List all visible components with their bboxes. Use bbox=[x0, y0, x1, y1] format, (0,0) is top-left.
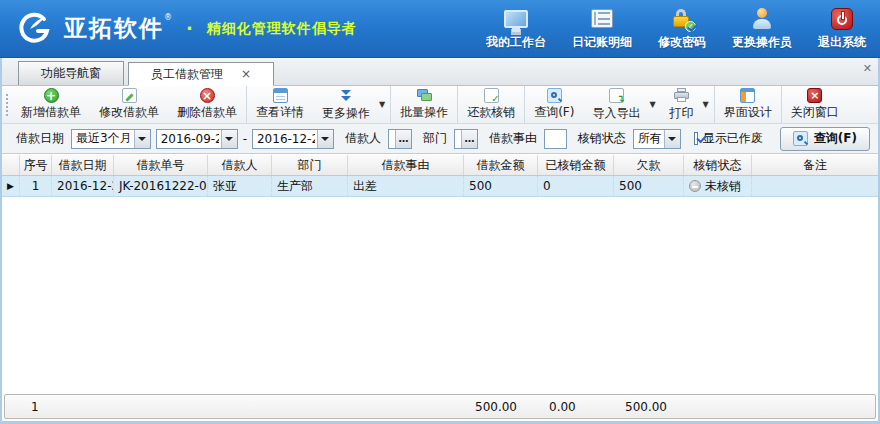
delete-loan-button[interactable]: × 删除借款单 bbox=[168, 86, 246, 123]
ui-design-icon bbox=[740, 88, 755, 103]
query-button[interactable]: 查询(F) bbox=[780, 127, 870, 151]
import-export-icon: ↴ bbox=[609, 88, 624, 104]
verify-icon: ✓ bbox=[484, 88, 499, 103]
more-actions-button[interactable]: 更多操作 bbox=[313, 86, 379, 124]
col-status[interactable]: 核销状态 bbox=[684, 155, 752, 175]
ellipsis-picker-icon[interactable]: … bbox=[461, 130, 477, 148]
change-password-button[interactable]: ✓ 修改密码 bbox=[658, 7, 706, 51]
col-owed[interactable]: 欠款 bbox=[614, 155, 684, 175]
cell-remark bbox=[752, 176, 878, 196]
delete-icon: × bbox=[200, 88, 215, 103]
row-indicator-header bbox=[2, 155, 20, 175]
status-text: 未核销 bbox=[705, 178, 741, 195]
chevron-down-icon[interactable] bbox=[664, 130, 680, 148]
col-verified[interactable]: 已核销金额 bbox=[538, 155, 614, 175]
col-seq[interactable]: 序号 bbox=[20, 155, 52, 175]
status-unverified-icon bbox=[689, 180, 701, 192]
more-actions-icon bbox=[339, 88, 354, 104]
app-header: 亚拓软件® · 精细化管理软件倡导者 我的工作台 日记账明细 ✓ 修改密码 更换… bbox=[0, 0, 880, 58]
date-from-select[interactable]: 2016-09-22 bbox=[156, 129, 238, 149]
col-remark[interactable]: 备注 bbox=[752, 155, 878, 175]
summary-amount-total: 500.00 bbox=[467, 400, 541, 414]
ui-design-button[interactable]: 界面设计 bbox=[714, 86, 781, 123]
edit-loan-button[interactable]: 修改借款单 bbox=[90, 86, 168, 123]
summary-verified-total: 0.00 bbox=[541, 400, 617, 414]
department-input[interactable]: … bbox=[454, 129, 478, 149]
more-actions-dropdown-icon[interactable]: ▼ bbox=[379, 100, 390, 109]
loan-date-label: 借款日期 bbox=[16, 130, 64, 147]
date-to-select[interactable]: 2016-12-22 bbox=[252, 129, 334, 149]
summary-count: 1 bbox=[23, 400, 55, 414]
cell-reason: 出差 bbox=[348, 176, 464, 196]
row-marker-icon: ▶ bbox=[7, 181, 14, 191]
cell-amount: 500 bbox=[464, 176, 538, 196]
power-icon bbox=[829, 7, 855, 31]
exit-system-button[interactable]: 退出系统 bbox=[818, 7, 866, 51]
operator-icon bbox=[749, 7, 775, 31]
loan-table: 序号 借款日期 借款单号 借款人 部门 借款事由 借款金额 已核销金额 欠款 核… bbox=[2, 155, 878, 391]
cell-verified: 0 bbox=[538, 176, 614, 196]
cell-owed: 500 bbox=[614, 176, 684, 196]
chevron-down-icon[interactable] bbox=[317, 130, 333, 148]
search-icon bbox=[547, 88, 562, 103]
add-loan-button[interactable]: + 新增借款单 bbox=[12, 86, 90, 123]
borrower-label: 借款人 bbox=[345, 130, 381, 147]
close-window-icon: × bbox=[807, 88, 822, 103]
title-dot: · bbox=[186, 18, 193, 39]
view-details-button[interactable]: 查看详情 bbox=[246, 86, 313, 123]
loan-reason-input[interactable] bbox=[544, 129, 567, 149]
import-export-group: ↴ 导入导出 ▼ bbox=[583, 86, 660, 123]
ellipsis-picker-icon[interactable]: … bbox=[395, 130, 411, 148]
toolbar-grip-handle[interactable] bbox=[5, 93, 9, 116]
query-toolbar-button[interactable]: 查询(F) bbox=[524, 86, 583, 123]
more-actions-group: 更多操作 ▼ bbox=[313, 86, 390, 123]
print-dropdown-icon[interactable]: ▼ bbox=[703, 100, 714, 109]
show-voided-label: 显示已作废 bbox=[703, 130, 763, 147]
col-doc-no[interactable]: 借款单号 bbox=[114, 155, 208, 175]
header-actions: 我的工作台 日记账明细 ✓ 修改密码 更换操作员 退出系统 bbox=[486, 7, 866, 51]
tab-function-nav[interactable]: 功能导航窗 bbox=[18, 61, 124, 85]
col-loan-date[interactable]: 借款日期 bbox=[52, 155, 114, 175]
import-export-dropdown-icon[interactable]: ▼ bbox=[649, 100, 660, 109]
journal-detail-button[interactable]: 日记账明细 bbox=[572, 7, 632, 51]
borrower-input[interactable]: … bbox=[388, 129, 412, 149]
tab-close-icon[interactable]: × bbox=[241, 68, 251, 80]
col-amount[interactable]: 借款金额 bbox=[464, 155, 538, 175]
lock-check-icon: ✓ bbox=[669, 7, 695, 31]
import-export-button[interactable]: ↴ 导入导出 bbox=[583, 86, 649, 124]
monitor-icon bbox=[503, 7, 529, 31]
col-reason[interactable]: 借款事由 bbox=[348, 155, 464, 175]
tab-strip-close-icon[interactable]: ✕ bbox=[863, 62, 872, 75]
verify-status-select[interactable]: 所有 bbox=[633, 129, 681, 149]
col-department[interactable]: 部门 bbox=[272, 155, 348, 175]
print-icon bbox=[674, 88, 689, 104]
table-header-row: 序号 借款日期 借款单号 借款人 部门 借款事由 借款金额 已核销金额 欠款 核… bbox=[2, 155, 878, 176]
switch-operator-button[interactable]: 更换操作员 bbox=[732, 7, 792, 51]
toolbar: + 新增借款单 修改借款单 × 删除借款单 查看详情 更多操作 ▼ bbox=[2, 86, 878, 124]
table-row[interactable]: ▶ 1 2016-12-22 JK-20161222-0001 张亚 生产部 出… bbox=[2, 176, 878, 197]
details-icon bbox=[273, 88, 288, 103]
summary-bar: 1 500.00 0.00 500.00 bbox=[4, 394, 876, 419]
repay-verify-button[interactable]: ✓ 还款核销 bbox=[457, 86, 524, 123]
chevron-down-icon[interactable] bbox=[221, 130, 237, 148]
print-button[interactable]: 打印 bbox=[661, 86, 703, 124]
brand: 亚拓软件® · 精细化管理软件倡导者 bbox=[14, 9, 357, 49]
cell-doc-no: JK-20161222-0001 bbox=[114, 176, 208, 196]
tab-employee-loan[interactable]: 员工借款管理 × bbox=[128, 62, 274, 86]
cell-department: 生产部 bbox=[272, 176, 348, 196]
chevron-down-icon[interactable] bbox=[134, 130, 150, 148]
app-tagline: 精细化管理软件倡导者 bbox=[207, 20, 357, 38]
date-range-select[interactable]: 最近3个月 bbox=[71, 129, 151, 149]
workspace-button[interactable]: 我的工作台 bbox=[486, 7, 546, 51]
filter-bar: 借款日期 最近3个月 2016-09-22 - 2016-12-22 借款人 …… bbox=[2, 124, 878, 154]
cell-status: 未核销 bbox=[684, 176, 752, 196]
batch-icon bbox=[417, 88, 432, 103]
close-window-button[interactable]: × 关闭窗口 bbox=[781, 86, 848, 123]
batch-operations-button[interactable]: 批量操作 bbox=[390, 86, 457, 123]
cell-seq: 1 bbox=[20, 176, 52, 196]
col-borrower[interactable]: 借款人 bbox=[208, 155, 272, 175]
loan-reason-label: 借款事由 bbox=[489, 130, 537, 147]
show-voided-checkbox[interactable] bbox=[694, 132, 698, 145]
add-icon: + bbox=[44, 88, 59, 103]
summary-owed-total: 500.00 bbox=[617, 400, 687, 414]
